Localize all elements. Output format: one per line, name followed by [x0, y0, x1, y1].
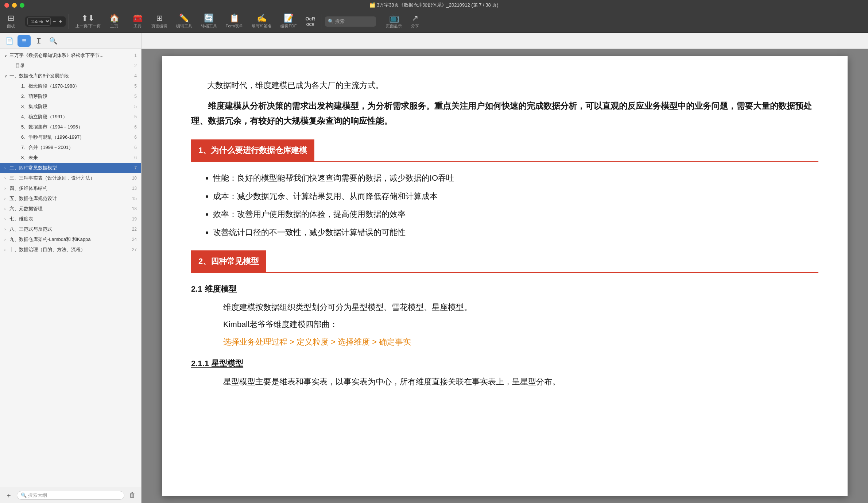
zoom-control[interactable]: 155% 100% 125% 150% 200% − + [25, 16, 66, 27]
toc-page-number: 6 [129, 124, 137, 130]
toc-label: 7、合并（1998－2001） [21, 144, 129, 151]
toc-item[interactable]: 4、确立阶段（1991）5 [0, 112, 141, 122]
maximize-button[interactable] [20, 3, 24, 8]
toc-label: 八、三范式与反范式 [9, 226, 129, 233]
bullet-item-3: 效率：改善用户使用数据的体验，提高使用数据的效率 [213, 207, 818, 222]
zoom-in-button[interactable]: + [58, 18, 63, 25]
kimball-link-para: 选择业务处理过程 > 定义粒度 > 选择维度 > 确定事实 [191, 335, 818, 349]
section2-divider [191, 272, 818, 273]
toc-arrow-icon: › [4, 207, 9, 211]
toc-item[interactable]: ∨三万字《数据仓库知识体系》轻松拿下字节...1 [0, 50, 141, 61]
delete-bookmark-button[interactable]: 🗑 [127, 490, 137, 500]
toc-item[interactable]: ›五、数据仓库规范设计15 [0, 193, 141, 204]
toolbar-search[interactable]: 🔍 搜索 [325, 16, 376, 27]
subsection211-title: 2.1.1 星型模型 [191, 356, 818, 371]
toc-page-number: 5 [129, 104, 137, 109]
toc-item[interactable]: 3、集成阶段5 [0, 101, 141, 112]
toc-item[interactable]: 8、未来6 [0, 153, 141, 163]
form-icon: 📋 [229, 14, 239, 22]
page-edit-button[interactable]: ⊞ 页面编辑 [148, 13, 171, 30]
toc-page-number: 18 [129, 206, 137, 211]
edit-tools-label: 编辑工具 [176, 23, 192, 29]
toc-item[interactable]: 1、概念阶段（1978-1988）5 [0, 81, 141, 91]
sidebar-search-text: 搜索大纲 [28, 492, 47, 499]
toc-label: 六、元数据管理 [9, 206, 129, 212]
edit-tools-button[interactable]: ✏️ 编辑工具 [173, 13, 196, 30]
sign-button[interactable]: ✍️ 填写和签名 [248, 13, 275, 30]
toc-item[interactable]: ›八、三范式与反范式22 [0, 224, 141, 234]
convert-icon: 🔄 [204, 14, 214, 22]
window-controls[interactable] [4, 3, 24, 8]
toc-page-number: 27 [129, 247, 137, 252]
toc-icon: ≡ [22, 37, 26, 45]
section1-block: 1、为什么要进行数据仓库建模 [191, 139, 818, 162]
convert-label: 转档工具 [201, 23, 217, 29]
pages-icon: 📄 [5, 37, 13, 45]
minimize-button[interactable] [12, 3, 17, 8]
toc-page-number: 5 [129, 84, 137, 89]
zoom-select[interactable]: 155% 100% 125% 150% 200% [27, 17, 51, 26]
panel-button[interactable]: ⊞ 面板 [3, 13, 19, 30]
view-button[interactable]: 📺 页面显示 [382, 13, 406, 30]
pdf-viewport[interactable]: 大数据时代，维度建模已成为各大厂的主流方式。 维度建模从分析决策的需求出发构建模… [142, 49, 868, 503]
close-button[interactable] [4, 3, 9, 8]
convert-button[interactable]: 🔄 转档工具 [197, 13, 221, 30]
page-edit-icon: ⊞ [156, 14, 163, 22]
section1-header: 1、为什么要进行数据仓库建模 [191, 139, 314, 161]
section2-block: 2、四种常见模型 [191, 250, 818, 273]
subsection211: 2.1.1 星型模型 星型模型主要是维表和事实表，以事实表为中心，所有维度直接关… [191, 356, 818, 389]
sidebar-tab-toc[interactable]: ≡ [18, 35, 31, 47]
ocr-button[interactable]: OcR OCR [302, 15, 319, 28]
sidebar-search-box[interactable]: 🔍 搜索大纲 [17, 491, 124, 500]
toc-item[interactable]: ∨一、数据仓库的8个发展阶段4 [0, 71, 141, 81]
subsection21-body2: Kimball老爷爷维度建模四部曲： [191, 317, 818, 332]
tools-button[interactable]: 🧰 工具 [129, 13, 146, 30]
zoom-out-button[interactable]: − [51, 18, 57, 25]
panel-icon: ⊞ [8, 14, 14, 22]
toc-item[interactable]: ›十、数据治理（目的、方法、流程）27 [0, 245, 141, 255]
toc-item[interactable]: ›七、维度表19 [0, 214, 141, 224]
edit-pdf-button[interactable]: 📝 编辑PDF [277, 13, 300, 30]
sidebar-tab-text[interactable]: T̲ [32, 35, 45, 47]
sidebar-search-icon: 🔍 [49, 37, 57, 45]
toc-item[interactable]: 目录2 [0, 61, 141, 71]
text-mode-icon: T̲ [37, 37, 40, 44]
toc-label: 4、确立阶段（1991） [21, 114, 129, 120]
toc-item[interactable]: 5、数据集市（1994－1996）6 [0, 122, 141, 132]
edit-pdf-icon: 📝 [284, 14, 294, 22]
share-button[interactable]: ↗ 分享 [407, 13, 423, 30]
form-button[interactable]: 📋 Form表单 [222, 13, 247, 30]
para2: 维度建模从分析决策的需求出发构建模型，为分析需求服务。重点关注用户如何快速的完成… [191, 99, 818, 129]
toc-label: 一、数据仓库的8个发展阶段 [9, 73, 129, 79]
toc-item[interactable]: 7、合并（1998－2001）6 [0, 142, 141, 153]
toc-arrow-icon: › [4, 238, 9, 242]
toc-item[interactable]: 6、争吵与混乱（1996-1997）6 [0, 132, 141, 142]
home-icon: 🏠 [109, 14, 119, 22]
sidebar-tab-pages[interactable]: 📄 [3, 35, 16, 47]
toc-page-number: 2 [129, 63, 137, 68]
add-bookmark-button[interactable]: ＋ [4, 490, 14, 500]
sidebar-tab-search[interactable]: 🔍 [47, 35, 60, 47]
toc-item[interactable]: 2、萌芽阶段5 [0, 91, 141, 101]
prev-next-button[interactable]: ⬆⬇ 上一页/下一页 [72, 13, 104, 30]
toc-arrow-icon: ∨ [4, 54, 9, 58]
toc-page-number: 4 [129, 73, 137, 78]
home-label: 主页 [110, 23, 118, 29]
bullet-item-4: 改善统计口径的不一致性，减少数据计算错误的可能性 [213, 225, 818, 240]
subsection21-title: 2.1 维度模型 [191, 282, 818, 296]
content-toolbar [142, 33, 868, 49]
window-title: 🗂️ 3万字38页《数据仓库知识体系》_20210912 (第 7 / 38 页… [369, 2, 498, 8]
toc-item[interactable]: ›四、多维体系结构13 [0, 183, 141, 193]
kimball-link[interactable]: 选择业务处理过程 > 定义粒度 > 选择维度 > 确定事实 [223, 337, 411, 346]
toc-item[interactable]: ›三、三种事实表（设计原则，设计方法）10 [0, 173, 141, 183]
content-area: 大数据时代，维度建模已成为各大厂的主流方式。 维度建模从分析决策的需求出发构建模… [142, 49, 868, 503]
toc-page-number: 13 [129, 186, 137, 191]
sign-icon: ✍️ [257, 14, 267, 22]
toc-item[interactable]: ›六、元数据管理18 [0, 204, 141, 214]
view-label: 页面显示 [386, 23, 402, 29]
home-button[interactable]: 🏠 主页 [106, 13, 123, 30]
edit-tools-icon: ✏️ [179, 14, 189, 22]
separator-3 [126, 14, 126, 29]
toc-item[interactable]: ›九、数据仓库架构-Lambda和 和Kappa24 [0, 234, 141, 245]
toc-item[interactable]: ›二、四种常见数据模型7 [0, 163, 141, 173]
